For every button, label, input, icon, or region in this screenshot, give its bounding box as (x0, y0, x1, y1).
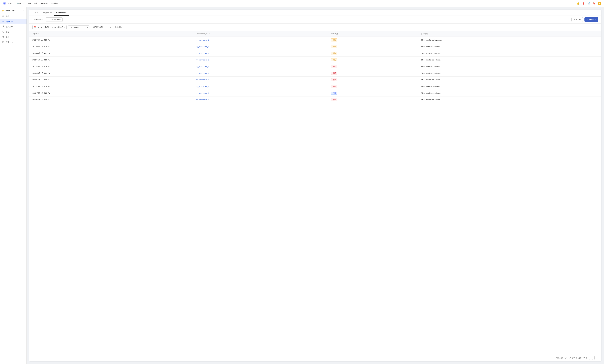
add-connector-button[interactable]: + Connector (584, 17, 598, 22)
event-type-badge: 错误 (331, 65, 337, 68)
connector-name-link[interactable]: my_connector_1 (196, 99, 209, 101)
col-type: 事件类型 (328, 31, 418, 37)
org-dropdown-icon: ▾ (23, 3, 24, 4)
sidebar-item-clusters2[interactable]: 集群 (0, 34, 26, 40)
event-type-badge: 警告 (331, 58, 337, 61)
sidebar-item-project-users[interactable]: 项目用户 (0, 24, 26, 29)
nav-right: 🔔 ❓ 📄 🔖 Y (576, 2, 601, 5)
cell-event-detail: 2 files need to be deleted. (418, 97, 601, 103)
connector-name-link[interactable]: my_connector_1 (196, 86, 209, 88)
page-size-label: 每页行数 (556, 357, 563, 359)
cell-connector-name[interactable]: my_connector_1 (193, 83, 328, 90)
sidebar-item-clusters[interactable]: 集群 (0, 14, 26, 19)
col-name[interactable]: Connector 名称 (193, 31, 328, 37)
next-page-button[interactable]: › (594, 356, 598, 360)
cell-event-type: 警告 (328, 37, 418, 43)
cell-event-type: 错误 (328, 63, 418, 70)
connector-name-link[interactable]: my_connector_1 (196, 52, 209, 54)
connector-filter-value: my_connector_1 (70, 26, 82, 28)
cell-time: 2022年7月1日 4:29 PM (29, 43, 193, 50)
content-area: 概览 Playground Connectors Connectors Conn… (26, 7, 604, 364)
connector-name-link[interactable]: my_connector_1 (196, 92, 209, 94)
cell-event-type: 错误 (328, 83, 418, 90)
cell-connector-name[interactable]: my_connector_1 (193, 97, 328, 103)
tab-connectors[interactable]: Connectors (54, 10, 69, 16)
cell-time: 2022年7月1日 4:29 PM (29, 50, 193, 57)
cell-connector-name[interactable]: my_connector_1 (193, 63, 328, 70)
sidebar-item-search-api[interactable]: 探索 API (0, 40, 26, 45)
table-row: 2022年7月1日 4:29 PMmy_connector_1错误2 files… (29, 83, 601, 90)
project-selector[interactable]: 📁 Default Project ▾ (0, 9, 26, 13)
page-size-select[interactable]: 10 ▾ (565, 357, 568, 359)
tab-overview[interactable]: 概览 (32, 10, 40, 16)
date-range-filter[interactable]: 📅 2022年11月1日 – 2022年11月31日 ▾ (32, 25, 67, 29)
table-row: 2022年7月1日 4:29 PMmy_connector_1错误2 files… (29, 63, 601, 70)
event-type-filter[interactable]: 全部事件类型 ▾ (91, 25, 112, 29)
pagination-info: 共有 68 条，第 1–10 条 (569, 357, 588, 359)
sidebar-label-clusters2: 集群 (6, 36, 9, 38)
document-icon[interactable]: 📄 (587, 2, 591, 5)
event-type-badge: 错误 (331, 78, 337, 81)
sub-tab-connectors-events[interactable]: Connectors 事件 (46, 17, 63, 22)
nav-billing[interactable]: 账单 (34, 2, 38, 5)
connector-name-link[interactable]: my_connector_1 (196, 39, 209, 41)
bookmark-icon[interactable]: 🔖 (592, 2, 596, 5)
logo-area[interactable]: zilliz (3, 2, 12, 5)
cell-event-type: 错误 (328, 97, 418, 103)
cell-connector-name[interactable]: my_connector_1 (193, 76, 328, 83)
sub-tab-actions: 查看文档 + Connector (571, 17, 598, 22)
nav-org-users[interactable]: 组织用户 (51, 2, 58, 5)
svg-point-9 (2, 36, 4, 38)
svg-point-8 (3, 26, 4, 26)
main-tabs: 概览 Playground Connectors (29, 10, 601, 16)
filters-row: 📅 2022年11月1日 – 2022年11月31日 ▾ my_connecto… (29, 24, 601, 31)
table-row: 2022年7月1日 4:29 PMmy_connector_1错误2 files… (29, 97, 601, 103)
cell-connector-name[interactable]: my_connector_1 (193, 43, 328, 50)
table-header-row: 事件时间 Connector 名称 事件类型 事件详情 (29, 31, 601, 37)
nav-api-key[interactable]: API 密钥 (41, 2, 48, 5)
connector-name-link[interactable]: my_connector_1 (196, 65, 209, 67)
org-selector[interactable]: 🏢 Llliz ▾ (16, 2, 24, 5)
cell-event-detail: 2 files need to be deleted. (418, 57, 601, 63)
svg-rect-6 (2, 21, 4, 22)
reset-filter-button[interactable]: 重置筛选 (114, 25, 123, 29)
view-docs-button[interactable]: 查看文档 (571, 17, 583, 22)
connector-name-link[interactable]: my_connector_1 (196, 59, 209, 61)
help-icon[interactable]: ❓ (582, 2, 585, 5)
table-row: 2022年7月1日 4:29 PMmy_connector_1信息2 files… (29, 90, 601, 97)
cell-connector-name[interactable]: my_connector_1 (193, 90, 328, 97)
cell-connector-name[interactable]: my_connector_1 (193, 50, 328, 57)
notification-icon[interactable]: 🔔 (576, 2, 580, 5)
connector-name-link[interactable]: my_connector_1 (196, 72, 209, 74)
events-table: 事件时间 Connector 名称 事件类型 事件详情 (29, 31, 601, 103)
pagination-row: 每页行数 10 ▾ 共有 68 条，第 1–10 条 ‹ › (29, 354, 601, 361)
connector-name-link[interactable]: my_connector_1 (196, 79, 209, 81)
connector-filter[interactable]: my_connector_1 ▾ (68, 25, 89, 29)
tab-playground[interactable]: Playground (40, 10, 54, 16)
cell-connector-name[interactable]: my_connector_1 (193, 70, 328, 76)
event-type-badge: 错误 (331, 72, 337, 75)
table-row: 2022年7月1日 4:29 PMmy_connector_1警告2 files… (29, 43, 601, 50)
cell-event-type: 警告 (328, 50, 418, 57)
event-type-badge: 警告 (331, 45, 337, 48)
user-avatar[interactable]: Y (598, 2, 601, 5)
nav-links: 项目 账单 API 密钥 组织用户 (27, 2, 573, 5)
cell-connector-name[interactable]: my_connector_1 (193, 57, 328, 63)
event-type-badge: 错误 (331, 98, 337, 101)
sub-tab-connectors[interactable]: Connectors (32, 17, 45, 22)
clusters-icon (2, 15, 4, 18)
cell-connector-name[interactable]: my_connector_1 (193, 37, 328, 43)
sidebar-item-pipelines[interactable]: Pipelines (0, 19, 26, 24)
cell-event-detail: 2 files need to be deleted. (418, 83, 601, 90)
cell-event-detail: 2 files need to be deleted. (418, 70, 601, 76)
nav-projects[interactable]: 项目 (27, 2, 31, 5)
prev-page-button[interactable]: ‹ (589, 356, 593, 360)
page-size-value: 10 (565, 357, 566, 359)
svg-rect-5 (2, 21, 4, 21)
sidebar-item-security[interactable]: 安全 (0, 29, 26, 34)
cell-time: 2022年7月1日 4:29 PM (29, 76, 193, 83)
org-label: Llliz (19, 2, 22, 4)
table-row: 2022年7月1日 4:29 PMmy_connector_1警告3 files… (29, 37, 601, 43)
clusters2-icon (2, 36, 4, 38)
connector-name-link[interactable]: my_connector_1 (196, 46, 209, 48)
